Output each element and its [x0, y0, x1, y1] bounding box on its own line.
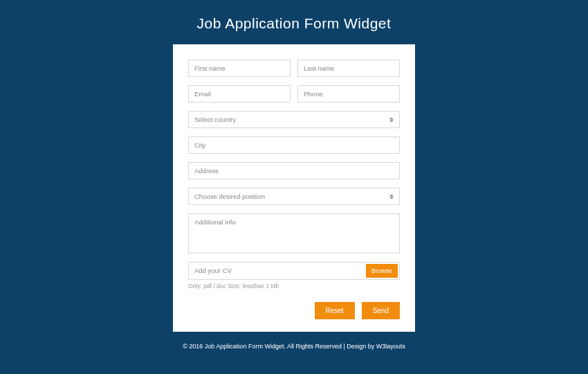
cv-upload-row: Add your CV Browse [188, 262, 400, 280]
page-title: Job Application Form Widget [197, 15, 392, 32]
sort-icon [389, 117, 394, 122]
form-card: First name Last name Email Phone Select … [173, 44, 415, 332]
send-button[interactable]: Send [362, 302, 400, 319]
footer-text: © 2016 Job Application Form Widget. All … [183, 343, 405, 350]
cv-upload-label: Add your CV [189, 262, 365, 279]
phone-field[interactable]: Phone [297, 85, 400, 103]
additional-info-textarea[interactable]: Additional info [188, 213, 400, 253]
country-select[interactable]: Select country [188, 111, 400, 128]
position-select-label: Choose desired position [194, 193, 265, 200]
city-field[interactable]: City [188, 136, 400, 154]
country-select-label: Select country [194, 116, 236, 123]
last-name-field[interactable]: Last name [297, 60, 400, 77]
first-name-field[interactable]: First name [188, 60, 291, 77]
email-field[interactable]: Email [188, 85, 291, 103]
reset-button[interactable]: Reset [315, 302, 355, 319]
browse-button[interactable]: Browse [366, 264, 398, 278]
cv-hint: Only: pdf / doc Size: lessthan 1 Mb [188, 283, 400, 290]
sort-icon [389, 194, 394, 199]
position-select[interactable]: Choose desired position [188, 188, 400, 205]
address-field[interactable]: Address [188, 162, 400, 179]
